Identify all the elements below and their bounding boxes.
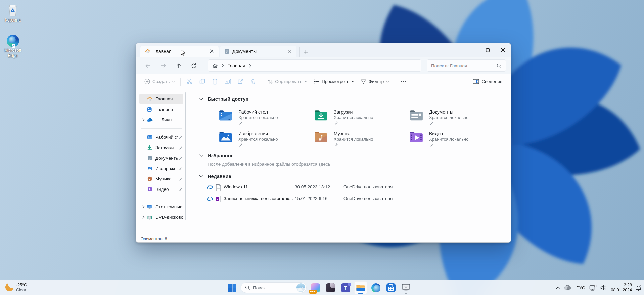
delete-button[interactable] xyxy=(247,76,260,87)
widgets-app-button[interactable] xyxy=(324,281,337,294)
close-button[interactable] xyxy=(495,43,511,57)
tab-home[interactable]: Главная xyxy=(140,46,219,57)
tile-desktop[interactable]: Рабочий стол Хранится локально xyxy=(219,109,311,125)
copilot-button[interactable]: PRE xyxy=(309,281,322,294)
copy-button[interactable] xyxy=(196,76,209,87)
notification-bell[interactable]: z xyxy=(636,285,642,291)
tile-videos[interactable]: Видео Хранится локально xyxy=(409,131,502,147)
up-button[interactable] xyxy=(171,59,186,72)
paste-button[interactable] xyxy=(209,76,221,87)
file-explorer-window: Главная Документы xyxy=(136,43,511,243)
section-title: Недавние xyxy=(208,174,231,179)
taskbar-search-placeholder: Поиск xyxy=(253,285,294,290)
file-explorer-button[interactable] xyxy=(354,281,367,294)
rename-button[interactable]: A xyxy=(221,76,234,87)
expand-chevron-icon[interactable] xyxy=(140,118,147,122)
sort-button[interactable]: Сортировать xyxy=(265,77,311,86)
taskbar-center: Поиск PRE T xyxy=(226,280,412,295)
section-chevron-icon[interactable] xyxy=(199,175,203,178)
clock[interactable]: 3:28 08.01.2024 xyxy=(611,283,632,293)
pin-icon xyxy=(178,177,182,181)
recent-header[interactable]: Недавние xyxy=(199,174,231,179)
breadcrumb[interactable]: Главная xyxy=(208,59,421,72)
network-icon[interactable] xyxy=(589,285,597,291)
sidebar-item-pictures[interactable]: Изображени xyxy=(139,163,183,174)
cloud-status-icon xyxy=(207,197,213,201)
expand-chevron-icon[interactable] xyxy=(140,215,147,219)
ellipsis-icon xyxy=(401,81,406,82)
documents-tab-icon xyxy=(225,49,229,54)
pin-icon xyxy=(238,143,243,147)
teams-button[interactable]: T xyxy=(339,281,352,294)
tray-chevron-up[interactable] xyxy=(556,286,560,289)
weather-widget[interactable]: -25°C Clear xyxy=(3,280,27,295)
sidebar-item-music[interactable]: Музыка xyxy=(139,174,183,184)
edge-button[interactable] xyxy=(369,281,382,294)
refresh-button[interactable] xyxy=(187,59,201,72)
section-chevron-icon[interactable] xyxy=(199,154,203,157)
pin-icon xyxy=(178,135,182,139)
recent-file-row[interactable]: Windows 11 30.05.2023 13:12 OneDrive пол… xyxy=(186,183,502,193)
breadcrumb-segment[interactable]: Главная xyxy=(227,63,245,68)
pin-icon xyxy=(334,121,338,125)
weather-temperature: -25°C xyxy=(16,283,27,288)
tab-close-button[interactable] xyxy=(208,48,215,55)
favorites-header[interactable]: Избранное xyxy=(199,153,234,158)
monitor-app-icon xyxy=(402,284,410,292)
display-app-button[interactable] xyxy=(400,281,412,294)
details-pane-button[interactable]: Сведения xyxy=(470,77,505,86)
sidebar-item-onedrive[interactable]: — Личн xyxy=(139,115,183,125)
minimize-button[interactable] xyxy=(464,43,480,57)
tile-music[interactable]: Музыка Хранится локально xyxy=(314,131,407,147)
videos-folder-icon xyxy=(409,131,423,143)
videos-icon xyxy=(147,187,153,192)
back-button[interactable] xyxy=(141,59,155,72)
section-chevron-icon[interactable] xyxy=(199,98,203,100)
tile-documents[interactable]: Документы Хранится локально xyxy=(409,109,502,125)
expand-chevron-icon[interactable] xyxy=(140,205,147,209)
mouse-cursor xyxy=(181,49,186,57)
tab-documents[interactable]: Документы xyxy=(220,46,296,57)
sidebar-item-desktop[interactable]: Рабочий сто xyxy=(139,132,183,142)
cut-button[interactable] xyxy=(183,76,196,87)
start-button[interactable] xyxy=(226,281,238,294)
filter-button[interactable]: Фильтр xyxy=(358,77,392,86)
search-input[interactable]: Поиск в: Главная xyxy=(427,59,506,72)
view-button[interactable]: Просмотреть xyxy=(311,77,358,86)
store-button[interactable] xyxy=(384,281,397,294)
status-bar: Элементов: 8 xyxy=(136,235,511,242)
recent-file-row[interactable]: N Записная книжка пользователя .oneto...… xyxy=(186,194,502,204)
tile-pictures[interactable]: Изображения Хранится локально xyxy=(219,131,311,147)
up-icon xyxy=(176,63,181,69)
sidebar-item-home[interactable]: Главная xyxy=(139,94,183,104)
sidebar-item-videos[interactable]: Видео xyxy=(139,184,183,195)
desktop-icon-recycle-bin[interactable]: Корзина xyxy=(1,4,25,23)
forward-button[interactable] xyxy=(156,59,171,72)
tile-subtitle: Хранится локально xyxy=(238,137,278,142)
sidebar-item-downloads[interactable]: Загрузки xyxy=(139,142,183,153)
tray-date: 08.01.2024 xyxy=(611,288,632,293)
language-indicator[interactable]: РУС xyxy=(576,285,586,290)
svg-text:z: z xyxy=(640,285,641,287)
sidebar-item-documents[interactable]: Документы xyxy=(139,153,183,163)
create-button[interactable]: Создать xyxy=(141,77,178,86)
share-button[interactable] xyxy=(234,76,247,87)
maximize-button[interactable] xyxy=(480,43,495,57)
pin-icon xyxy=(178,145,182,150)
tile-downloads[interactable]: Загрузки Хранится локально xyxy=(314,109,407,125)
sidebar-item-label: Загрузки xyxy=(155,145,178,150)
tab-close-button[interactable] xyxy=(286,48,293,55)
desktop-icon-edge[interactable]: Microsoft Edge xyxy=(1,35,25,58)
quick-access-header[interactable]: Быстрый доступ xyxy=(199,96,248,102)
sidebar-item-this-pc[interactable]: Этот компьюте xyxy=(139,202,183,212)
tray-onedrive[interactable] xyxy=(564,285,572,290)
pin-icon xyxy=(238,121,243,125)
recycle-bin-icon xyxy=(7,4,18,17)
sidebar-item-dvd-drive[interactable]: DVD-дисковод xyxy=(139,212,183,222)
file-explorer-icon xyxy=(356,284,365,292)
taskbar-search[interactable]: Поиск xyxy=(241,282,307,293)
new-tab-button[interactable] xyxy=(299,47,309,57)
volume-icon[interactable] xyxy=(600,285,607,290)
more-options-button[interactable] xyxy=(397,76,410,87)
sidebar-item-gallery[interactable]: Галерея xyxy=(139,104,183,115)
